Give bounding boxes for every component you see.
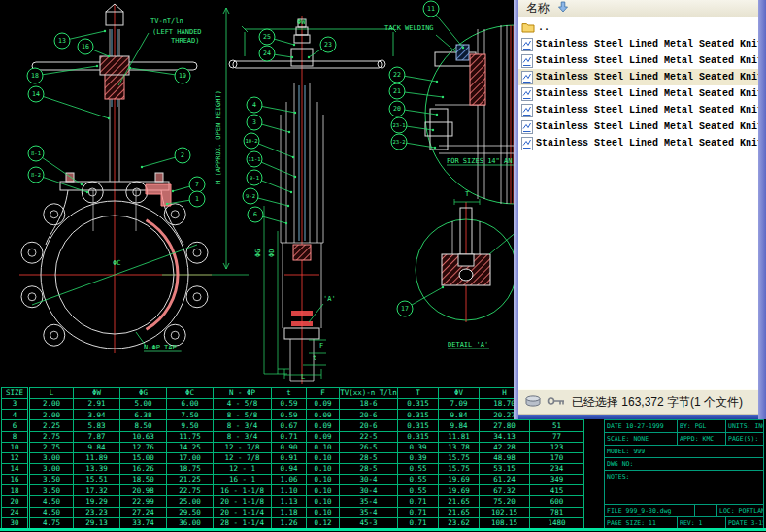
table-row: 143.0013.3916.2618.7512 - 10.940.1028-50…	[2, 463, 584, 474]
table-cell: 4.50	[29, 496, 74, 507]
balloon-number: 17	[401, 305, 409, 313]
table-cell: 349	[530, 475, 584, 485]
table-cell: 17.00	[167, 452, 214, 463]
status-bar: 已经选择 163,372 字节(1 个文件)	[518, 388, 758, 415]
balloon-14: 14	[28, 86, 110, 119]
drawing-label: N-ΦP TAP.	[144, 344, 181, 351]
sort-descending-arrow-icon[interactable]	[557, 1, 569, 16]
table-cell: 28 - 1-1/4	[214, 517, 272, 528]
balloon-number: 19	[179, 72, 186, 80]
table-cell: 22-5	[340, 431, 398, 442]
table-row: 42.003.946.387.508 - 5/80.590.0920-60.31…	[2, 410, 584, 420]
table-cell: 53.15	[480, 463, 530, 474]
balloon-number: 3	[252, 118, 256, 126]
titleblock-dwg-no: DWG NO:	[605, 458, 763, 470]
table-cell: 21.25	[167, 475, 214, 485]
table-cell: 29.13	[74, 517, 120, 528]
table-cell: 12 - 1	[214, 463, 272, 474]
table-cell: 2.00	[29, 410, 74, 420]
table-cell: 0.55	[398, 463, 439, 474]
file-list-item[interactable]: Stainless Steel Lined Metal Seated Knif	[518, 52, 758, 69]
table-cell: 1.06	[272, 475, 307, 485]
table-cell: 14	[2, 463, 29, 474]
table-cell: 8 - 5/8	[214, 410, 272, 420]
key-icon	[547, 395, 566, 409]
table-cell: 19.29	[74, 496, 120, 507]
table-header-cell: F	[307, 388, 340, 399]
titleblock-scale: SCALE: NONE	[605, 433, 678, 445]
table-cell: 16	[2, 475, 29, 485]
table-cell: 600	[530, 496, 584, 507]
table-cell: 23.62	[439, 517, 480, 528]
table-cell: 0.315	[398, 399, 439, 410]
table-header-cell: ΦW	[74, 388, 120, 399]
table-cell: 42.28	[480, 442, 530, 452]
table-cell: 0.10	[307, 463, 340, 474]
dwg-file-icon	[521, 38, 533, 51]
file-name-label: Stainless Steel Lined Metal Seated Knif	[536, 36, 758, 52]
file-list-item[interactable]: Stainless Steel Lined Metal Seated Knif	[518, 102, 758, 118]
table-cell: 0.55	[398, 485, 439, 496]
file-list-item[interactable]: Stainless Steel Lined Metal Seated Knif	[518, 118, 758, 135]
balloon-number: 8-2	[31, 172, 41, 178]
sheet-border-line	[0, 528, 766, 531]
table-cell: 0.67	[272, 420, 307, 431]
balloon-25: 25	[259, 29, 295, 46]
drawing-label: (LEFT HANDED	[152, 28, 202, 36]
file-list-item[interactable]: Stainless Steel Lined Metal Seated Knif	[518, 135, 758, 151]
table-cell: 30	[2, 517, 29, 528]
file-name-label: Stainless Steel Lined Metal Seated Knif	[536, 85, 758, 102]
table-cell: 18.50	[120, 475, 167, 485]
table-cell: 16 - 1	[214, 475, 272, 485]
table-cell: 4.50	[29, 507, 74, 517]
table-cell: 18	[2, 485, 29, 496]
table-cell: 1480	[530, 517, 584, 528]
balloon-number: 10-2	[245, 138, 257, 144]
table-cell: 27.80	[480, 420, 530, 431]
table-cell: 28-5	[340, 452, 398, 463]
table-row: 163.5015.5118.5021.2516 - 11.060.1030-40…	[2, 475, 584, 485]
balloon-number: 21	[393, 87, 401, 95]
dwg-file-icon	[521, 71, 533, 84]
table-header-cell: ΦV	[439, 388, 480, 399]
titleblock-appd: APPD: KMC	[678, 433, 726, 445]
file-list-item[interactable]: Stainless Steel Lined Metal Seated Knif	[518, 36, 758, 52]
table-cell: 0.09	[307, 399, 340, 410]
table-cell: 48.98	[480, 452, 530, 463]
balloon-number: 23-1	[392, 122, 405, 128]
table-cell: 4	[2, 410, 29, 420]
table-cell: 0.10	[307, 507, 340, 517]
table-cell: 10	[2, 442, 29, 452]
balloon-23: 23	[308, 37, 336, 58]
table-cell: 21.65	[439, 507, 480, 517]
drawing-label: t	[313, 354, 316, 362]
titleblock-units: UNITS: INCHES	[726, 420, 763, 432]
table-cell: 20-6	[340, 410, 398, 420]
table-cell: 8.50	[120, 420, 167, 431]
table-cell: 18-6	[340, 399, 398, 410]
file-list-column-header[interactable]: 名称	[518, 0, 758, 17]
file-list-item[interactable]: ..	[518, 19, 758, 36]
titleblock-mid	[695, 505, 717, 516]
table-cell: 0.71	[272, 431, 307, 442]
table-cell: 67.32	[480, 485, 530, 496]
balloon-number: 1	[195, 195, 199, 203]
balloon-number: 23	[324, 41, 332, 49]
table-cell: 9.84	[439, 410, 480, 420]
table-cell: 14.25	[167, 442, 214, 452]
balloon-24: 24	[259, 46, 293, 61]
table-cell: 24	[2, 507, 29, 517]
file-list-item[interactable]: Stainless Steel Lined Metal Seated Knif	[518, 69, 758, 85]
table-cell: 0.315	[398, 431, 439, 442]
file-list: ..Stainless Steel Lined Metal Seated Kni…	[518, 17, 758, 388]
titleblock-model: MODEL: 999	[605, 446, 763, 457]
drawing-label: ΦG	[254, 249, 262, 257]
drawing-label: H (APPROX. OPEN HEIGHT)	[215, 90, 222, 184]
table-cell: 5.00	[120, 399, 167, 410]
table-cell: 35-4	[340, 496, 398, 507]
table-cell: 0.71	[398, 496, 439, 507]
table-cell: 3.00	[29, 463, 74, 474]
balloon-number: 25	[263, 33, 271, 41]
table-cell: 30-4	[340, 475, 398, 485]
file-list-item[interactable]: Stainless Steel Lined Metal Seated Knif	[518, 85, 758, 102]
